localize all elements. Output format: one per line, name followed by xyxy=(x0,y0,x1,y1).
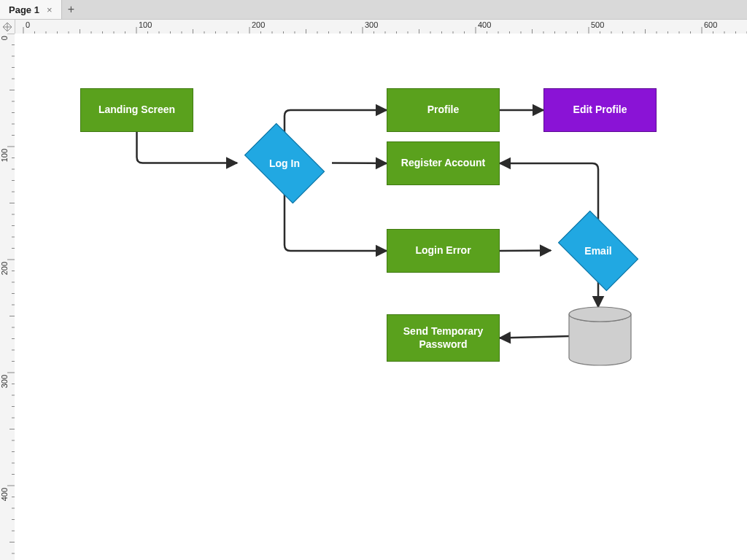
node-register-account[interactable]: Register Account xyxy=(387,141,500,185)
node-label: Edit Profile xyxy=(573,104,627,117)
node-login-error[interactable]: Login Error xyxy=(387,229,500,273)
node-label: Login Error xyxy=(415,244,471,257)
svg-text:200: 200 xyxy=(0,262,9,275)
node-label: Send Temporary Password xyxy=(390,325,496,351)
svg-text:100: 100 xyxy=(0,149,9,162)
node-landing-screen[interactable]: Landing Screen xyxy=(80,88,193,132)
node-label: Profile xyxy=(427,104,460,117)
close-icon[interactable]: × xyxy=(47,4,53,15)
diagram-canvas[interactable]: Landing Screen Log In Profile Edit Profi… xyxy=(15,34,747,560)
svg-point-126 xyxy=(569,307,631,322)
node-edit-profile[interactable]: Edit Profile xyxy=(543,88,657,132)
svg-text:600: 600 xyxy=(704,20,717,29)
node-send-temporary-password[interactable]: Send Temporary Password xyxy=(387,314,500,362)
svg-text:500: 500 xyxy=(591,20,604,29)
node-label: Landing Screen xyxy=(98,104,175,117)
add-tab-button[interactable]: + xyxy=(62,0,81,19)
svg-text:0: 0 xyxy=(26,20,30,29)
ruler-origin-icon[interactable] xyxy=(0,20,15,34)
svg-text:400: 400 xyxy=(0,488,9,501)
node-label: Email xyxy=(551,219,646,281)
tab-label: Page 1 xyxy=(9,4,39,15)
node-label: Log In xyxy=(237,132,332,194)
svg-text:400: 400 xyxy=(478,20,491,29)
svg-text:200: 200 xyxy=(252,20,265,29)
svg-text:0: 0 xyxy=(0,36,9,40)
vertical-ruler: 0100200300400 xyxy=(0,34,15,560)
node-email[interactable]: Email xyxy=(551,219,646,281)
horizontal-ruler: 0100200300400500600 xyxy=(0,19,747,35)
horizontal-ruler-ticks: 0100200300400500600 xyxy=(15,20,747,34)
svg-text:100: 100 xyxy=(139,20,152,29)
tab-page-1[interactable]: Page 1 × xyxy=(0,0,62,19)
node-log-in[interactable]: Log In xyxy=(237,132,332,194)
node-profile[interactable]: Profile xyxy=(387,88,500,132)
tab-bar: Page 1 × + xyxy=(0,0,747,19)
node-label: Register Account xyxy=(401,157,485,170)
node-database[interactable] xyxy=(569,307,631,365)
svg-text:300: 300 xyxy=(0,375,9,388)
svg-text:300: 300 xyxy=(365,20,378,29)
